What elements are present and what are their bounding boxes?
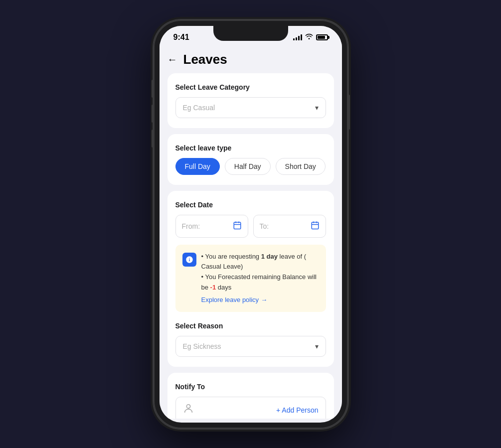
status-time: 9:41 — [173, 33, 189, 42]
leave-category-dropdown[interactable]: Eg Casual ▾ — [175, 97, 326, 118]
battery-icon — [316, 34, 328, 40]
leave-type-label: Select leave type — [175, 144, 326, 152]
wifi-icon — [305, 33, 313, 41]
reason-dropdown[interactable]: Eg Sickness ▾ — [175, 336, 326, 357]
reason-placeholder: Eg Sickness — [183, 342, 221, 350]
svg-rect-4 — [312, 222, 319, 229]
leave-category-label: Select Leave Category — [175, 83, 326, 91]
explore-link-label: Explore leave policy — [201, 295, 259, 305]
explore-arrow-icon: → — [261, 295, 267, 305]
select-date-card: Select Date From: — [167, 191, 334, 367]
notify-label: Notify To — [175, 383, 326, 391]
date-from-input[interactable]: From: — [175, 215, 248, 238]
leave-category-card: Select Leave Category Eg Casual ▾ — [167, 73, 334, 128]
notch — [213, 26, 288, 41]
date-from-placeholder: From: — [182, 222, 200, 230]
status-icons — [293, 33, 328, 41]
info-line1-bold: 1 day — [261, 253, 278, 260]
explore-leave-policy-link[interactable]: Explore leave policy → — [201, 295, 268, 305]
reason-section: Select Reason Eg Sickness ▾ — [175, 322, 326, 357]
info-box: • You are requesting 1 day leave of ( Ca… — [175, 245, 326, 312]
back-button[interactable]: ← — [167, 54, 177, 65]
reason-label: Select Reason — [175, 322, 326, 330]
info-text: • You are requesting 1 day leave of ( Ca… — [201, 252, 319, 305]
info-line1-start: • You are requesting — [201, 253, 261, 260]
page-header: ← Leaves — [167, 44, 334, 73]
calendar-from-icon — [233, 221, 242, 232]
info-line2-end: days — [216, 284, 231, 291]
select-date-label: Select Date — [175, 201, 326, 209]
leave-type-shortday[interactable]: Short Day — [276, 158, 326, 175]
chevron-down-icon: ▾ — [315, 104, 319, 112]
info-line2: • You Forecasted remaining Balance will … — [201, 272, 319, 293]
leave-type-card: Select leave type Full Day Half Day Shor… — [167, 134, 334, 185]
leave-type-buttons: Full Day Half Day Short Day — [175, 158, 326, 175]
date-to-placeholder: To: — [260, 222, 269, 230]
signal-icon — [293, 34, 302, 40]
info-icon — [182, 253, 196, 267]
date-row: From: To: — [175, 215, 326, 238]
reason-chevron-icon: ▾ — [315, 342, 319, 350]
svg-point-8 — [186, 405, 190, 408]
add-person-button[interactable]: + Add Person — [276, 406, 318, 414]
svg-rect-0 — [234, 222, 241, 229]
notify-row: + Add Person — [175, 397, 326, 418]
notify-card: Notify To + Add Person — [167, 373, 334, 418]
leave-type-halfday[interactable]: Half Day — [225, 158, 271, 175]
page-title: Leaves — [183, 52, 227, 67]
person-icon — [183, 403, 194, 417]
leave-category-placeholder: Eg Casual — [183, 104, 215, 112]
page-content: ← Leaves Select Leave Category Eg Casual… — [160, 44, 342, 419]
leave-type-fullday[interactable]: Full Day — [175, 158, 220, 175]
info-line2-negative: -1 — [210, 284, 216, 291]
info-line1: • You are requesting 1 day leave of ( Ca… — [201, 252, 319, 273]
date-to-input[interactable]: To: — [253, 215, 326, 238]
calendar-to-icon — [311, 221, 320, 232]
